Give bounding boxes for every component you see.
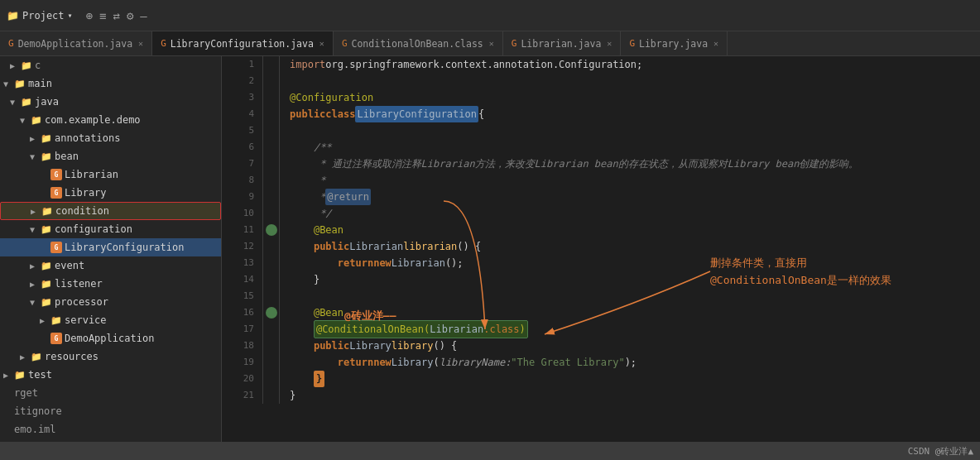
project-label[interactable]: 📁 Project ▾ (7, 10, 73, 22)
tab-library-configuration[interactable]: G LibraryConfiguration.java ✕ (152, 31, 334, 55)
tab-close-icon[interactable]: ✕ (713, 39, 718, 48)
sidebar-item-configuration[interactable]: ▼ 📁 configuration (0, 220, 221, 238)
folder-icon: 📁 (14, 79, 26, 89)
swap-icon[interactable]: ⇄ (113, 9, 119, 22)
gutter-line (263, 139, 280, 156)
gutter-line (263, 354, 280, 371)
keyword: return (338, 354, 373, 371)
main-content: ▶ 📁 c ▼ 📁 main ▼ 📁 java ▼ 📁 com.example.… (0, 56, 980, 442)
tab-label: Library.java (639, 38, 708, 50)
comment: /** (314, 139, 332, 156)
tabs-bar: G DemoApplication.java ✕ G LibraryConfig… (0, 31, 980, 56)
code-indent (290, 172, 319, 189)
sidebar-item-emo-iml[interactable]: emo.iml (0, 420, 221, 438)
code-line-1: import org.springframework.context.annot… (290, 56, 980, 73)
code-line-16: @Bean (290, 304, 980, 321)
sidebar-item-main[interactable]: ▼ 📁 main (0, 74, 221, 93)
class-icon: G (342, 38, 348, 49)
code-text: } (290, 387, 295, 404)
project-sidebar[interactable]: ▶ 📁 c ▼ 📁 main ▼ 📁 java ▼ 📁 com.example.… (0, 56, 222, 442)
sidebar-item-java[interactable]: ▼ 📁 java (0, 93, 221, 111)
bean-gutter-icon[interactable] (263, 222, 280, 238)
sidebar-item-demo-application[interactable]: G DemoApplication (0, 329, 221, 347)
sidebar-item-annotations[interactable]: ▶ 📁 annotations (0, 129, 221, 147)
sidebar-item-librarian[interactable]: G Librarian (0, 165, 221, 184)
gutter-line (263, 321, 280, 338)
tab-close-icon[interactable]: ✕ (138, 39, 143, 48)
sidebar-item-label: Librarian (65, 169, 118, 180)
gutter-line (263, 156, 280, 172)
gutter-line (263, 106, 280, 122)
project-dropdown-icon[interactable]: ▾ (68, 11, 73, 20)
sidebar-item-test[interactable]: ▶ 📁 test (0, 366, 221, 384)
code-indent (290, 255, 338, 271)
sidebar-item-label: rget (14, 387, 38, 399)
sidebar-item-com-example-demo[interactable]: ▼ 📁 com.example.demo (0, 111, 221, 129)
line-num: 18 (222, 338, 259, 354)
top-bar: 📁 Project ▾ ⊕ ≡ ⇄ ⚙ — (0, 0, 980, 31)
gutter-line (263, 89, 280, 106)
settings-icon[interactable]: ⚙ (127, 9, 133, 22)
sidebar-item-event[interactable]: ▶ 📁 event (0, 256, 221, 275)
tab-close-icon[interactable]: ✕ (489, 39, 494, 48)
folder-icon: 📁 (41, 224, 52, 235)
sidebar-item-label: com.example.demo (45, 114, 141, 126)
gutter-line (263, 387, 280, 404)
keyword: return (338, 255, 373, 271)
tab-label: LibraryConfiguration.java (171, 38, 314, 50)
gutter-line (263, 205, 280, 222)
tab-close-icon[interactable]: ✕ (607, 39, 612, 48)
gutter-line (263, 122, 280, 139)
class-name: Librarian (392, 255, 445, 271)
sidebar-item-label: annotations (55, 132, 120, 144)
code-indent (290, 321, 314, 338)
sidebar-item-resources[interactable]: ▶ 📁 resources (0, 347, 221, 366)
tab-conditional-on-bean[interactable]: G ConditionalOnBean.class ✕ (334, 31, 503, 55)
code-line-8: * (290, 172, 980, 189)
tab-library[interactable]: G Library.java ✕ (621, 31, 728, 55)
sidebar-item-bean[interactable]: ▼ 📁 bean (0, 147, 221, 165)
method-name: library (392, 338, 434, 354)
sidebar-item-listener[interactable]: ▶ 📁 listener (0, 275, 221, 293)
code-text: () { (433, 338, 457, 354)
editor-area[interactable]: 1 2 3 4 5 6 7 8 9 10 11 12 13 14 15 16 1… (222, 56, 980, 442)
sidebar-item-label: DemoApplication (65, 333, 154, 344)
chevron-right-icon: ▶ (31, 207, 39, 216)
add-icon[interactable]: ⊕ (86, 9, 93, 22)
sidebar-item-itignore[interactable]: itignore (0, 402, 221, 420)
sidebar-item-library[interactable]: G Library (0, 184, 221, 202)
minimize-icon[interactable]: — (140, 9, 147, 22)
folder-icon: 📁 (31, 352, 42, 362)
sidebar-item-label: itignore (14, 405, 62, 417)
sidebar-item-label: java (35, 96, 59, 108)
code-line-20: } (290, 371, 980, 387)
tab-demo-application[interactable]: G DemoApplication.java ✕ (0, 31, 152, 55)
folder-icon: 📁 (41, 279, 52, 290)
sidebar-item-library-configuration[interactable]: G LibraryConfiguration (0, 238, 221, 256)
tab-librarian[interactable]: G Librarian.java ✕ (503, 31, 622, 55)
bean-indicator (266, 307, 277, 319)
sidebar-item-c[interactable]: ▶ 📁 c (0, 56, 221, 74)
sidebar-item-processor[interactable]: ▼ 📁 processor (0, 293, 221, 311)
sidebar-item-condition[interactable]: ▶ 📁 condition (0, 202, 221, 220)
code-lines: import org.springframework.context.annot… (280, 56, 980, 404)
java-icon: G (629, 38, 635, 49)
code-line-11: @Bean (290, 222, 980, 238)
gutter-line (263, 288, 280, 304)
line-num: 19 (222, 354, 259, 371)
chevron-down-icon: ▼ (10, 98, 18, 107)
code-text: } (314, 271, 319, 288)
code-line-2 (290, 73, 980, 89)
bean-gutter-icon[interactable] (263, 304, 280, 321)
code-line-12: public Librarian librarian () { (290, 238, 980, 255)
status-bar: CSDN @砖业洋▲ (0, 442, 980, 460)
class-name: Library (392, 354, 434, 371)
sidebar-item-service[interactable]: ▶ 📁 service (0, 311, 221, 329)
line-num: 9 (222, 189, 259, 205)
sidebar-item-rget[interactable]: rget (0, 384, 221, 402)
tab-close-icon[interactable]: ✕ (319, 39, 324, 48)
java-class-icon: G (50, 169, 62, 180)
list-icon[interactable]: ≡ (99, 9, 106, 22)
sidebar-item-label: processor (55, 296, 108, 308)
annotation: @Configuration (290, 89, 373, 106)
